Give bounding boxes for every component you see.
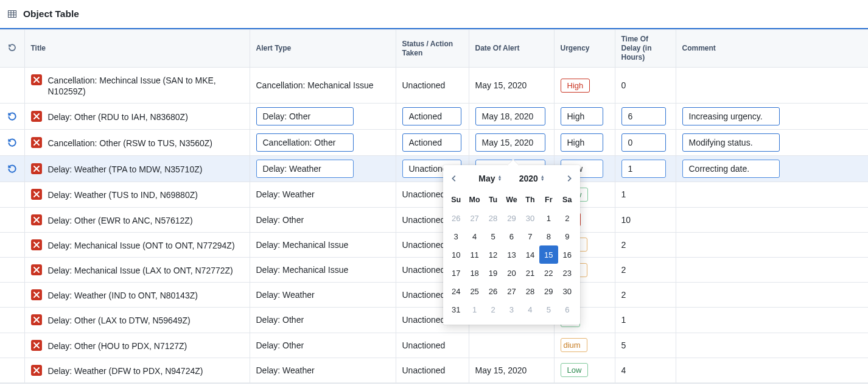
comment-input[interactable] — [682, 133, 780, 152]
table-row: Delay: Other (HOU to PDX, N7127Z)Delay: … — [0, 333, 868, 358]
day-cell[interactable]: 7 — [521, 227, 539, 245]
column-header-delay[interactable]: Time Of Delay (in Hours) — [615, 30, 676, 68]
status-text: Unactioned — [402, 290, 446, 300]
day-cell[interactable]: 1 — [539, 209, 558, 227]
status-input[interactable] — [402, 133, 461, 152]
day-cell[interactable]: 8 — [539, 227, 558, 245]
alert-type-text: Delay: Weather — [256, 290, 315, 300]
day-cell[interactable]: 17 — [447, 264, 465, 282]
comment-input[interactable] — [682, 160, 780, 178]
day-cell[interactable]: 26 — [447, 209, 465, 227]
day-cell[interactable]: 2 — [484, 300, 502, 319]
row-title: Cancellation: Other (RSW to TUS, N3560Z) — [48, 136, 213, 149]
table-row: Delay: Other (LAX to DTW, N59649Z)Delay:… — [0, 308, 868, 333]
alert-icon — [31, 289, 42, 300]
day-cell[interactable]: 28 — [484, 209, 502, 227]
status-text: Unactioned — [402, 265, 446, 275]
day-cell[interactable]: 23 — [558, 264, 576, 282]
footer: 3 objects modified Cancel Submit — [0, 383, 868, 388]
year-select[interactable]: 2020 ▲▼ — [519, 174, 545, 183]
day-cell[interactable]: 3 — [502, 300, 520, 319]
day-cell[interactable]: 18 — [465, 264, 483, 282]
day-cell[interactable]: 28 — [521, 282, 539, 300]
alert-type-input[interactable] — [256, 160, 354, 178]
dow-cell: We — [502, 191, 520, 209]
day-cell[interactable]: 31 — [447, 300, 465, 319]
status-text: Unactioned — [402, 340, 446, 350]
column-header-title[interactable]: Title — [24, 30, 250, 68]
day-cell[interactable]: 4 — [521, 300, 539, 319]
day-cell[interactable]: 10 — [447, 245, 465, 264]
day-cell[interactable]: 24 — [447, 282, 465, 300]
status-input[interactable] — [402, 107, 461, 125]
row-title: Delay: Mechanical Issue (LAX to ONT, N72… — [48, 264, 233, 276]
dow-cell: Tu — [484, 191, 502, 209]
day-cell[interactable]: 29 — [502, 209, 520, 227]
column-header-alert-type[interactable]: Alert Type — [250, 30, 396, 68]
day-cell[interactable]: 15 — [539, 245, 558, 264]
date-picker[interactable]: May ▲▼ 2020 ▲▼ SuMoTuWeThFrSa26272829301… — [443, 165, 580, 325]
alert-type-input[interactable] — [256, 107, 354, 125]
comment-input[interactable] — [682, 107, 780, 125]
revert-button[interactable] — [4, 160, 21, 177]
urgency-input[interactable] — [561, 133, 603, 152]
date-input[interactable] — [475, 107, 545, 125]
day-cell[interactable]: 2 — [558, 209, 576, 227]
alert-icon — [31, 214, 42, 225]
row-title: Delay: Weather (TUS to IND, N69880Z) — [48, 188, 198, 200]
column-header-comment[interactable]: Comment — [676, 30, 868, 68]
alert-icon — [31, 74, 42, 85]
page-title: Object Table — [23, 9, 79, 19]
delay-text: 2 — [621, 265, 626, 275]
day-cell[interactable]: 6 — [558, 300, 576, 319]
day-cell[interactable]: 9 — [558, 227, 576, 245]
status-text: Unactioned — [402, 215, 446, 225]
day-cell[interactable]: 30 — [558, 282, 576, 300]
day-cell[interactable]: 30 — [521, 209, 539, 227]
month-select[interactable]: May ▲▼ — [478, 174, 502, 183]
day-cell[interactable]: 19 — [484, 264, 502, 282]
revert-button[interactable] — [4, 134, 21, 151]
dow-cell: Su — [447, 191, 465, 209]
row-title: Delay: Other (HOU to PDX, N7127Z) — [48, 339, 187, 351]
day-cell[interactable]: 20 — [502, 264, 520, 282]
day-cell[interactable]: 21 — [521, 264, 539, 282]
column-header-status[interactable]: Status / Action Taken — [396, 30, 469, 68]
day-cell[interactable]: 27 — [502, 282, 520, 300]
svg-rect-0 — [9, 11, 16, 18]
prev-month-button[interactable] — [447, 171, 461, 186]
urgency-input[interactable] — [561, 107, 603, 125]
day-cell[interactable]: 29 — [539, 282, 558, 300]
column-header-date[interactable]: Date Of Alert — [469, 30, 554, 68]
day-cell[interactable]: 12 — [484, 245, 502, 264]
day-cell[interactable]: 27 — [465, 209, 483, 227]
column-header-urgency[interactable]: Urgency — [554, 30, 615, 68]
alert-type-text: Delay: Weather — [256, 365, 315, 375]
day-cell[interactable]: 16 — [558, 245, 576, 264]
day-cell[interactable]: 11 — [465, 245, 483, 264]
object-table: Title Alert Type Status / Action Taken D… — [0, 29, 868, 383]
day-cell[interactable]: 13 — [502, 245, 520, 264]
date-input[interactable] — [475, 133, 545, 152]
day-cell[interactable]: 3 — [447, 227, 465, 245]
column-header-revert[interactable] — [0, 30, 24, 68]
day-cell[interactable]: 26 — [484, 282, 502, 300]
delay-input[interactable] — [621, 107, 666, 125]
day-cell[interactable]: 5 — [484, 227, 502, 245]
day-cell[interactable]: 6 — [502, 227, 520, 245]
delay-input[interactable] — [621, 160, 666, 178]
table-row: Delay: Weather (TUS to IND, N69880Z)Dela… — [0, 182, 868, 207]
revert-button[interactable] — [4, 108, 21, 125]
day-cell[interactable]: 22 — [539, 264, 558, 282]
day-cell[interactable]: 4 — [465, 227, 483, 245]
status-text: Unactioned — [402, 365, 446, 375]
dow-cell: Th — [521, 191, 539, 209]
day-cell[interactable]: 5 — [539, 300, 558, 319]
day-cell[interactable]: 1 — [465, 300, 483, 319]
table-row: Cancellation: Other (RSW to TUS, N3560Z) — [0, 130, 868, 156]
alert-type-input[interactable] — [256, 133, 354, 152]
day-cell[interactable]: 14 — [521, 245, 539, 264]
next-month-button[interactable] — [562, 171, 576, 186]
delay-input[interactable] — [621, 133, 666, 152]
day-cell[interactable]: 25 — [465, 282, 483, 300]
